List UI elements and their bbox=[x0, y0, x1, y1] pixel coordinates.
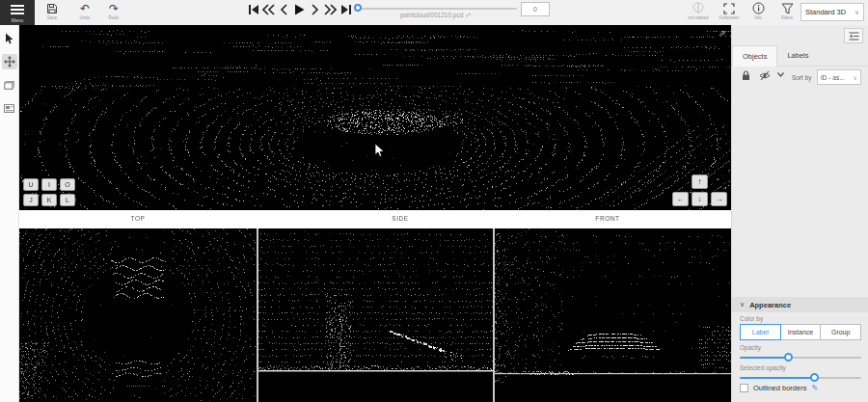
tab-objects[interactable]: Objects bbox=[732, 45, 777, 67]
opacity-label: Opacity bbox=[740, 344, 761, 351]
selected-opacity-label: Selected opacity bbox=[740, 364, 786, 371]
undo-button[interactable]: ↶ Undo bbox=[71, 2, 98, 24]
frame-slider-knob[interactable] bbox=[354, 4, 362, 12]
key-l[interactable]: L bbox=[60, 194, 75, 206]
chevron-down-icon: ∨ bbox=[854, 74, 857, 81]
redo-button[interactable]: ↷ Redo bbox=[100, 2, 127, 24]
color-by-segmented-control: Label Instance Group bbox=[740, 324, 861, 340]
redo-icon: ↷ bbox=[109, 2, 119, 14]
main-3d-canvas[interactable] bbox=[19, 25, 731, 210]
top-view-label: TOP bbox=[130, 215, 145, 222]
outlined-borders-checkbox[interactable] bbox=[740, 384, 748, 392]
key-o[interactable]: O bbox=[60, 178, 75, 191]
play-button[interactable] bbox=[293, 3, 306, 16]
move-tool[interactable] bbox=[2, 54, 17, 69]
undo-label: Undo bbox=[80, 15, 91, 20]
color-by-instance-option[interactable]: Instance bbox=[781, 324, 822, 340]
move-icon bbox=[4, 56, 15, 67]
pan-up-button[interactable]: ↑ bbox=[692, 174, 708, 189]
redo-label: Redo bbox=[109, 15, 120, 20]
sort-select[interactable]: ID - as... ∨ bbox=[817, 69, 861, 85]
front-view-canvas[interactable] bbox=[495, 228, 731, 402]
top-view-canvas[interactable] bbox=[19, 228, 257, 402]
pan-right-button[interactable]: → bbox=[711, 192, 727, 206]
appearance-title: Appearance bbox=[749, 301, 791, 309]
pan-left-button[interactable]: ← bbox=[672, 192, 689, 206]
skip-end-button[interactable] bbox=[339, 3, 352, 16]
color-by-group-option[interactable]: Group bbox=[821, 324, 861, 340]
front-view-label: FRONT bbox=[595, 215, 619, 222]
chevron-down-icon: ∨ bbox=[854, 9, 859, 16]
info-button[interactable]: Info bbox=[745, 2, 772, 24]
undo-icon: ↶ bbox=[80, 2, 90, 14]
outlined-borders-row[interactable]: Outlined borders ✎ bbox=[740, 384, 818, 392]
right-panel: Objects Labels Sort by ID - as... ∨ ∨ Ap… bbox=[731, 25, 868, 402]
info-label: Info bbox=[754, 15, 762, 20]
front-viewport[interactable] bbox=[495, 228, 731, 402]
tab-labels[interactable]: Labels bbox=[777, 45, 818, 66]
appearance-section-header[interactable]: ∨ Appearance bbox=[732, 297, 868, 312]
save-button[interactable]: Save bbox=[39, 2, 66, 24]
fullscreen-button[interactable]: Fullscreen bbox=[716, 2, 743, 24]
ortho-views bbox=[19, 228, 731, 402]
save-label: Save bbox=[47, 15, 57, 20]
opacity-slider-knob[interactable] bbox=[784, 353, 793, 362]
side-view-canvas[interactable] bbox=[258, 228, 493, 402]
ai-assist-button[interactable]: not trained bbox=[685, 2, 712, 24]
frame-number-input[interactable]: 0 bbox=[521, 2, 550, 16]
link-icon[interactable] bbox=[465, 12, 472, 18]
menu-button[interactable]: Menu bbox=[0, 0, 35, 25]
filter-icon bbox=[781, 2, 794, 14]
current-filename: pointcloud/001210.pcd bbox=[400, 12, 463, 18]
chevron-down-icon[interactable] bbox=[777, 72, 784, 77]
hamburger-icon bbox=[11, 3, 24, 16]
fast-backward-button[interactable] bbox=[262, 3, 275, 16]
edit-pencil-icon[interactable]: ✎ bbox=[811, 384, 818, 392]
selected-opacity-slider-knob[interactable] bbox=[810, 373, 819, 382]
save-icon bbox=[46, 2, 58, 14]
color-by-label: Color by bbox=[740, 315, 763, 322]
filters-label: Filters bbox=[781, 15, 793, 20]
menu-label: Menu bbox=[12, 17, 24, 23]
pan-down-button[interactable]: ↓ bbox=[692, 192, 708, 206]
collapse-panel-button[interactable] bbox=[844, 28, 863, 43]
top-viewport[interactable] bbox=[19, 228, 257, 402]
box-icon bbox=[4, 81, 14, 90]
rotation-key-hints: U I O J K L bbox=[23, 178, 75, 206]
chevron-down-icon: ∨ bbox=[740, 301, 745, 308]
frame-slider[interactable] bbox=[355, 7, 517, 11]
playback-controls bbox=[247, 3, 352, 16]
side-view-label: SIDE bbox=[392, 215, 409, 222]
key-j[interactable]: J bbox=[23, 194, 39, 206]
main-3d-viewport[interactable]: ⇗ U I O J K L ↑ ← ↓ → bbox=[19, 25, 731, 210]
collapse-list-icon bbox=[849, 32, 859, 40]
filename-row: pointcloud/001210.pcd bbox=[355, 12, 517, 18]
key-k[interactable]: K bbox=[41, 194, 57, 206]
key-i[interactable]: I bbox=[41, 178, 57, 191]
opacity-slider-fill bbox=[740, 357, 788, 359]
previous-frame-button[interactable] bbox=[278, 3, 290, 16]
filters-button[interactable]: Filters bbox=[773, 2, 800, 24]
expand-view-icon[interactable]: ⇗ bbox=[719, 28, 726, 39]
color-by-label-option[interactable]: Label bbox=[740, 324, 781, 340]
outlined-borders-label: Outlined borders bbox=[753, 384, 806, 392]
hide-eye-icon[interactable] bbox=[759, 70, 771, 81]
next-frame-button[interactable] bbox=[309, 3, 321, 16]
opacity-slider[interactable] bbox=[740, 353, 861, 362]
skip-start-button[interactable] bbox=[247, 3, 259, 16]
view-mode-select[interactable]: Standard 3D ∨ bbox=[800, 3, 864, 21]
frame-slider-track[interactable] bbox=[355, 8, 517, 10]
objects-toolbar: Sort by ID - as... ∨ bbox=[732, 66, 868, 89]
pointer-tool[interactable] bbox=[2, 31, 17, 46]
lock-icon[interactable] bbox=[742, 70, 750, 81]
projection-icon bbox=[4, 104, 14, 113]
key-u[interactable]: U bbox=[23, 178, 39, 191]
fullscreen-label: Fullscreen bbox=[719, 15, 740, 20]
projection-tool[interactable] bbox=[2, 100, 17, 116]
box-tool[interactable] bbox=[2, 77, 17, 93]
sort-by-label: Sort by bbox=[792, 74, 812, 81]
selected-opacity-slider[interactable] bbox=[740, 373, 861, 383]
fullscreen-icon bbox=[723, 2, 735, 14]
side-viewport[interactable] bbox=[258, 228, 493, 402]
fast-forward-button[interactable] bbox=[324, 3, 337, 16]
